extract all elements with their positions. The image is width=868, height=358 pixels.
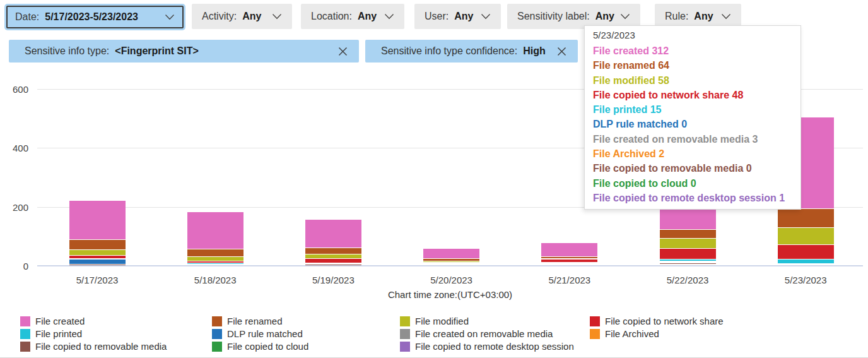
bar-5/22/2023[interactable] [660,208,716,265]
bar-segment-file-renamed[interactable] [69,239,126,249]
x-axis-label-5/17/2023: 5/17/2023 [59,275,135,285]
tooltip-row-file-printed: File printed 15 [593,102,793,117]
tooltip-row-file-copied-to-network-share: File copied to network share 48 [593,88,793,102]
legend-swatch-file-copied-to-cloud [212,342,222,352]
filter-chevron [721,13,731,20]
chevron-down-icon [620,13,630,20]
chevron-down-icon [481,13,491,20]
bar-segment-file-modified[interactable] [69,249,126,255]
bar-5/21/2023[interactable] [541,242,597,265]
bar-segment-file-copied-to-removable-media[interactable] [423,265,479,265]
chevron-down-icon [721,13,731,20]
applied-filter-label: Sensitive info type confidence: [381,45,517,57]
y-axis-label-200: 200 [7,202,28,213]
filter-value: Any [358,11,377,22]
bar-segment-file-copied-to-network-share[interactable] [660,248,716,259]
filter-value: Any [694,11,713,22]
legend-label-file-printed: File printed [35,329,82,339]
filter-label: Location: [311,11,352,22]
legend-item-file-copied-to-network-share: File copied to network share [590,316,724,326]
x-axis-label-5/23/2023: 5/23/2023 [768,275,843,285]
legend-swatch-file-archived [590,329,600,339]
applied-filter-value: <Fingerprint SIT> [115,45,198,57]
applied-filter-sensitive-info-type-confidence[interactable]: Sensitive info type confidence:High [365,40,578,63]
bar-segment-file-copied-to-removable-media[interactable] [69,264,126,265]
bar-segment-file-modified[interactable] [660,238,716,249]
filter-dropdown-location[interactable]: Location:Any [301,4,404,29]
filter-dropdown-date[interactable]: Date:5/17/2023-5/23/2023 [6,6,184,28]
bar-segment-file-renamed[interactable] [187,249,243,256]
bar-5/18/2023[interactable] [187,212,243,265]
legend-swatch-file-created [20,316,30,326]
applied-filter-value: High [523,45,546,57]
filter-label: Date: [15,11,39,23]
bar-segment-file-modified[interactable] [305,254,361,258]
filter-value: Any [454,11,473,22]
filter-chevron [165,14,175,20]
legend-label-file-modified: File modified [415,316,469,326]
bar-segment-file-renamed[interactable] [305,248,361,253]
y-axis-label-0: 0 [7,261,28,271]
close-icon[interactable] [338,47,348,56]
tooltip-row-file-archived: File Archived 2 [593,146,793,161]
remove-filter-button[interactable] [338,47,348,56]
legend-item-file-printed: File printed [20,329,82,339]
x-axis-label-5/18/2023: 5/18/2023 [177,275,253,285]
chevron-down-icon [384,13,394,20]
legend-item-file-copied-to-cloud: File copied to cloud [212,342,308,352]
filter-value: Any [595,11,614,22]
close-icon[interactable] [557,47,566,56]
filter-chevron [272,13,282,20]
bar-segment-file-created[interactable] [423,248,479,258]
bar-segment-file-copied-to-remote-desktop-session[interactable] [778,265,834,265]
filter-dropdown-user[interactable]: User:Any [414,4,501,29]
tooltip-row-dlp-rule-matched: DLP rule matched 0 [593,117,793,131]
bar-segment-file-created[interactable] [541,242,597,256]
x-axis-label-5/19/2023: 5/19/2023 [295,275,371,285]
bar-segment-file-renamed[interactable] [660,229,716,238]
legend-label-file-created: File created [35,316,85,326]
legend-item-file-created: File created [20,316,85,326]
legend-swatch-file-copied-to-network-share [590,316,600,326]
legend-label-file-copied-to-network-share: File copied to network share [605,316,724,326]
tooltip-date: 5/23/2023 [593,31,793,40]
bar-5/19/2023[interactable] [305,219,361,265]
bar-segment-file-renamed[interactable] [778,208,834,227]
bar-segment-file-created[interactable] [660,208,716,229]
activity-explorer-chart-panel: Date:5/17/2023-5/23/2023Activity:AnyLoca… [0,0,868,358]
applied-filter-label: Sensitive info type: [25,45,109,57]
bar-segment-file-copied-to-remote-desktop-session[interactable] [660,265,716,265]
tooltip-row-file-created-on-removable-media: File created on removable media 3 [593,132,793,146]
legend-item-file-renamed: File renamed [212,316,283,326]
bar-segment-file-created[interactable] [305,219,361,248]
x-axis-label-5/20/2023: 5/20/2023 [414,275,490,285]
bar-segment-file-modified[interactable] [778,227,834,244]
legend-item-file-copied-to-removable-media: File copied to removable media [20,342,167,352]
bar-segment-file-copied-to-removable-media[interactable] [187,265,243,265]
filter-label: Sensitivity label: [517,11,590,22]
bar-5/20/2023[interactable] [423,248,479,265]
remove-filter-button[interactable] [557,47,566,56]
bar-segment-file-created[interactable] [187,212,243,249]
legend-label-file-copied-to-removable-media: File copied to removable media [35,342,167,352]
bar-segment-dlp-rule-matched[interactable] [69,259,126,264]
filter-value: Any [242,11,261,22]
bar-segment-file-created[interactable] [69,200,126,239]
bar-segment-file-printed[interactable] [778,259,834,263]
tooltip-row-file-copied-to-cloud: File copied to cloud 0 [593,176,793,191]
legend-label-file-copied-to-remote-desktop-session: File copied to remote desktop session [415,342,574,352]
filter-dropdown-activity[interactable]: Activity:Any [192,4,292,29]
bar-segment-file-copied-to-removable-media[interactable] [541,265,597,265]
bar-segment-file-copied-to-removable-media[interactable] [305,264,361,265]
bar-segment-file-copied-to-network-share[interactable] [778,244,834,258]
x-axis-line [37,265,863,266]
legend-swatch-file-modified [400,316,410,326]
chart-tooltip: 5/23/2023 File created 312File renamed 6… [584,25,801,210]
filter-value: 5/17/2023-5/23/2023 [45,11,138,23]
chevron-down-icon [165,14,175,20]
applied-filter-sensitive-info-type[interactable]: Sensitive info type:<Fingerprint SIT> [9,40,359,63]
filter-chevron [481,13,491,20]
legend-label-file-archived: File Archived [605,329,659,339]
legend-label-file-copied-to-cloud: File copied to cloud [227,342,308,352]
bar-5/17/2023[interactable] [69,200,126,265]
